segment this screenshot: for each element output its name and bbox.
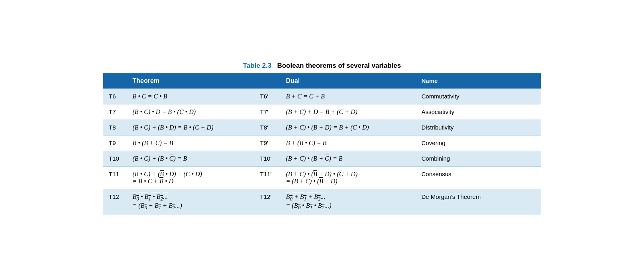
header-row: Theorem Dual Name <box>103 73 541 88</box>
table-row: T8 (B • C) + (B • D) = B • (C + D) T8′ (… <box>103 120 541 135</box>
theorem-id: T12 <box>103 189 127 215</box>
theorem-formula: B0 • B1 • B2... = (B0 + B1 + B2...) <box>127 189 255 215</box>
header-col3 <box>255 73 281 88</box>
dual-formula: B + (B • C) = B <box>281 135 416 151</box>
theorem-name: Associativity <box>416 104 541 120</box>
header-col2: Theorem <box>127 73 255 88</box>
dual-id: T7′ <box>255 104 281 120</box>
table-row: T7 (B • C) • D = B • (C • D) T7′ (B + C)… <box>103 104 541 120</box>
table-row: T11 (B • C) + (B • D) + (C • D) = B • C … <box>103 166 541 189</box>
header-col1 <box>103 73 127 88</box>
theorem-name: Distributivity <box>416 120 541 135</box>
theorem-id: T9 <box>103 135 127 151</box>
dual-id: T12′ <box>255 189 281 215</box>
theorem-id: T10 <box>103 151 127 166</box>
dual-formula: B0 + B1 + B2... = (B0 • B1 • B2...) <box>281 189 416 215</box>
dual-id: T6′ <box>255 88 281 104</box>
main-table: Theorem Dual Name T6 B • C = C • B T6′ B… <box>103 73 541 215</box>
dual-id: T8′ <box>255 120 281 135</box>
theorem-id: T8 <box>103 120 127 135</box>
theorem-formula: (B • C) • D = B • (C • D) <box>127 104 255 120</box>
theorem-name: De Morgan’s Theorem <box>416 189 541 215</box>
header-col5: Name <box>416 73 541 88</box>
dual-id: T9′ <box>255 135 281 151</box>
theorem-name: Combining <box>416 151 541 166</box>
theorem-id: T6 <box>103 88 127 104</box>
table-row: T9 B • (B + C) = B T9′ B + (B • C) = B C… <box>103 135 541 151</box>
table-title: Table 2.3 Boolean theorems of several va… <box>103 62 541 70</box>
theorem-formula: (B • C) + (B • D) = B • (C + D) <box>127 120 255 135</box>
dual-formula: (B + C) • (B + D) = B + (C • D) <box>281 120 416 135</box>
page-container: Table 2.3 Boolean theorems of several va… <box>103 62 541 215</box>
table-row: T12 B0 • B1 • B2... = (B0 + B1 + B2...) … <box>103 189 541 215</box>
dual-formula: (B + C) • (B + D) • (C + D) = (B + C) • … <box>281 166 416 189</box>
theorem-id: T7 <box>103 104 127 120</box>
theorem-id: T11 <box>103 166 127 189</box>
dual-formula: (B + C) + D = B + (C + D) <box>281 104 416 120</box>
table-description: Boolean theorems of several variables <box>277 62 401 69</box>
theorem-formula: B • C = C • B <box>127 88 255 104</box>
dual-formula: (B + C) • (B + C) = B <box>281 151 416 166</box>
theorem-name: Consensus <box>416 166 541 189</box>
table-row: T6 B • C = C • B T6′ B + C = C + B Commu… <box>103 88 541 104</box>
theorem-formula: (B • C) + (B • C) = B <box>127 151 255 166</box>
dual-formula: B + C = C + B <box>281 88 416 104</box>
theorem-name: Commutativity <box>416 88 541 104</box>
theorem-formula: (B • C) + (B • D) + (C • D) = B • C + B … <box>127 166 255 189</box>
header-col4: Dual <box>281 73 416 88</box>
table-label: Table 2.3 <box>243 62 272 69</box>
table-row: T10 (B • C) + (B • C) = B T10′ (B + C) •… <box>103 151 541 166</box>
theorem-name: Covering <box>416 135 541 151</box>
dual-id: T10′ <box>255 151 281 166</box>
dual-id: T11′ <box>255 166 281 189</box>
theorem-formula: B • (B + C) = B <box>127 135 255 151</box>
